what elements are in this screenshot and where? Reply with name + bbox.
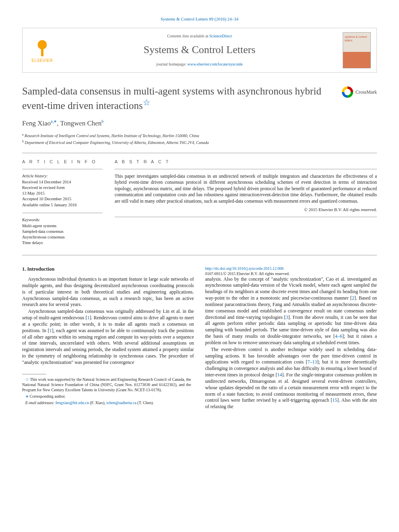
- affil-a-sup: a: [22, 133, 24, 136]
- author-1: Feng Xiao: [22, 119, 51, 127]
- title-footnote-mark: ☆: [143, 98, 150, 107]
- contents-available: Contents lists available at ScienceDirec…: [56, 33, 343, 39]
- email-2-who: (T. Chen).: [138, 401, 154, 405]
- email-footnote: E-mail addresses: fengxiao@hit.edu.cn (F…: [22, 400, 191, 405]
- crossmark-badge[interactable]: CrossMark: [342, 86, 377, 98]
- article-info-column: A R T I C L E I N F O Article history: R…: [22, 159, 103, 251]
- author-list: Feng Xiaoa,∗, Tongwen Chenb: [22, 119, 377, 128]
- history-revised-date: 13 May 2015: [22, 191, 103, 196]
- abstract-divider-bottom: [115, 217, 377, 217]
- para-4: The event-driven control is another tech…: [205, 347, 377, 410]
- article-title: Sampled-data consensus in multi-agent sy…: [22, 85, 334, 112]
- keyword-2: Sampled-data consensus: [22, 229, 103, 234]
- abstract-column: A B S T R A C T This paper investigates …: [115, 159, 377, 251]
- title-text: Sampled-data consensus in multi-agent sy…: [22, 86, 321, 111]
- crossmark-icon: [342, 86, 353, 98]
- history-received: Received 14 December 2014: [22, 179, 103, 185]
- abstract-text: This paper investigates sampled-data con…: [115, 173, 377, 205]
- email-1-who: (F. Xiao),: [90, 401, 105, 405]
- abstract-heading: A B S T R A C T: [115, 159, 377, 165]
- keyword-4: Time delays: [22, 240, 103, 246]
- affiliation-a: a Research Institute of Intelligent Cont…: [22, 133, 377, 139]
- corresponding-footnote: ∗ Corresponding author.: [22, 394, 191, 399]
- abstract-copyright: © 2015 Elsevier B.V. All rights reserved…: [115, 207, 377, 213]
- history-online: Available online 5 January 2016: [22, 202, 103, 208]
- citation-line: Systems & Control Letters 89 (2016) 24–3…: [22, 16, 377, 22]
- divider: [22, 153, 377, 153]
- funding-text: This work was supported by the Natural S…: [22, 377, 191, 392]
- email-1-link[interactable]: fengxiao@hit.edu.cn: [56, 401, 89, 405]
- journal-masthead: ELSEVIER Contents lists available at Sci…: [22, 28, 377, 73]
- info-divider: [22, 213, 103, 213]
- funding-footnote: ☆ This work was supported by the Natural…: [22, 377, 191, 392]
- info-divider: [22, 169, 103, 169]
- section-1-heading: 1. Introduction: [22, 266, 194, 273]
- crossmark-label: CrossMark: [356, 89, 377, 95]
- para-3: analysis. Also by the concept of "analyt…: [205, 276, 377, 346]
- email-label: E-mail addresses:: [25, 401, 54, 405]
- para-1: Asynchronous individual dynamics is an i…: [22, 276, 194, 308]
- divider: [22, 255, 377, 255]
- contents-prefix: Contents lists available at: [167, 34, 209, 38]
- para-2: Asynchronous sampled-data consensus was …: [22, 308, 194, 366]
- journal-cover-thumbnail: systems & control letters: [343, 32, 371, 68]
- homepage-link[interactable]: www.elsevier.com/locate/sysconle: [187, 62, 243, 66]
- author-2-affil: b: [102, 119, 104, 123]
- corr-mark: ∗: [25, 394, 29, 398]
- article-body: 1. Introduction Asynchronous individual …: [22, 266, 377, 410]
- keywords-label: Keywords:: [22, 217, 103, 223]
- keyword-3: Asynchronous consensus: [22, 234, 103, 240]
- affil-b-text: Department of Electrical and Computer En…: [25, 140, 209, 145]
- sciencedirect-link[interactable]: ScienceDirect: [209, 34, 232, 38]
- abstract-divider: [115, 169, 377, 169]
- funding-mark: ☆: [25, 377, 29, 382]
- publisher-name: ELSEVIER: [28, 58, 56, 64]
- author-1-affil: a,∗: [51, 119, 57, 123]
- article-info-heading: A R T I C L E I N F O: [22, 159, 103, 165]
- history-revised-label: Received in revised form: [22, 185, 103, 191]
- publisher-logo: ELSEVIER: [28, 37, 56, 64]
- affil-a-text: Research Institute of Intelligent Contro…: [25, 134, 199, 138]
- history-accepted: Accepted 10 December 2015: [22, 196, 103, 202]
- footnote-rule: [22, 374, 46, 374]
- journal-name: Systems & Control Letters: [56, 43, 343, 57]
- homepage-prefix: journal homepage:: [156, 62, 187, 66]
- author-2: Tongwen Chen: [60, 119, 101, 127]
- affil-b-sup: b: [22, 140, 24, 143]
- elsevier-tree-icon: [33, 37, 52, 56]
- keyword-1: Multi-agent systems: [22, 223, 103, 229]
- corr-text: Corresponding author.: [30, 394, 66, 398]
- doi-block: http://dx.doi.org/10.1016/j.sysconle.201…: [205, 266, 374, 276]
- issn-copyright: 0167-6911/© 2015 Elsevier B.V. All right…: [205, 271, 290, 276]
- history-label: Article history:: [22, 173, 103, 179]
- journal-homepage: journal homepage: www.elsevier.com/locat…: [56, 62, 343, 67]
- email-2-link[interactable]: tchen@ualberta.ca: [107, 401, 136, 405]
- doi-link[interactable]: http://dx.doi.org/10.1016/j.sysconle.201…: [205, 266, 284, 271]
- affiliation-b: b Department of Electrical and Computer …: [22, 140, 377, 146]
